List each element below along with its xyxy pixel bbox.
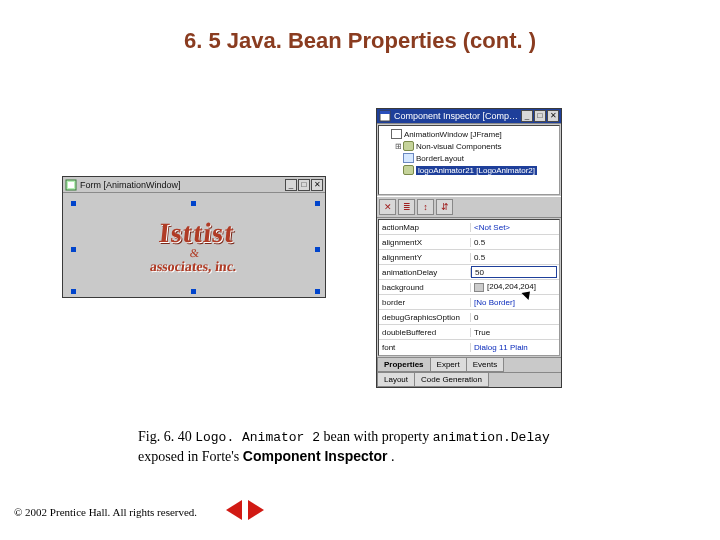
- property-name: alignmentY: [379, 253, 471, 262]
- figure-caption: Fig. 6. 40 Logo. Animator 2 bean with pr…: [138, 428, 648, 467]
- tree-expand-icon[interactable]: ⊞: [393, 142, 403, 151]
- toolbar-button[interactable]: ≣: [398, 199, 415, 215]
- toolbar-button[interactable]: ✕: [379, 199, 396, 215]
- inspector-maximize-button[interactable]: □: [534, 110, 546, 122]
- component-inspector-window: Component Inspector [Comp… _ □ ✕ Animati…: [376, 108, 562, 388]
- form-title: Form [AnimationWindow]: [80, 180, 285, 190]
- property-name: alignmentX: [379, 238, 471, 247]
- selection-handle[interactable]: [315, 201, 320, 206]
- inspector-title: Component Inspector [Comp…: [394, 111, 521, 121]
- property-name: border: [379, 298, 471, 307]
- caption-mid: bean with property: [324, 429, 433, 444]
- form-window: Form [AnimationWindow] _ □ ✕ Isttist & a…: [62, 176, 326, 298]
- inspector-minimize-button[interactable]: _: [521, 110, 533, 122]
- tree-node-label: BorderLayout: [416, 154, 464, 163]
- tree-node[interactable]: AnimationWindow [JFrame]: [381, 128, 557, 140]
- form-canvas[interactable]: Isttist & associates, inc.: [63, 193, 325, 297]
- layout-icon: [403, 153, 414, 163]
- selection-handle[interactable]: [315, 247, 320, 252]
- form-close-button[interactable]: ✕: [311, 179, 323, 191]
- property-name: actionMap: [379, 223, 471, 232]
- logo-line1: Isttist: [152, 218, 242, 247]
- slide-title: 6. 5 Java. Bean Properties (cont. ): [0, 28, 720, 54]
- property-value[interactable]: 0.5: [471, 238, 559, 247]
- tree-node[interactable]: ⊞Non-visual Components: [381, 140, 557, 152]
- inspector-toolbar: ✕≣↕⇵: [377, 196, 561, 218]
- form-window-buttons: _ □ ✕: [285, 179, 323, 191]
- property-row[interactable]: animationDelay50: [379, 265, 559, 280]
- property-name: background: [379, 283, 471, 292]
- inspector-window-buttons: _ □ ✕: [521, 110, 559, 122]
- selection-handle[interactable]: [71, 201, 76, 206]
- form-maximize-button[interactable]: □: [298, 179, 310, 191]
- property-value[interactable]: 0.5: [471, 253, 559, 262]
- inspector-close-button[interactable]: ✕: [547, 110, 559, 122]
- form-titlebar: Form [AnimationWindow] _ □ ✕: [63, 177, 325, 193]
- property-name: animationDelay: [379, 268, 471, 277]
- property-name: font: [379, 343, 471, 352]
- next-slide-button[interactable]: [248, 500, 264, 520]
- tab-code-generation[interactable]: Code Generation: [414, 373, 489, 387]
- inspector-tabs-row2: LayoutCode Generation: [377, 372, 561, 387]
- selection-handle[interactable]: [71, 247, 76, 252]
- logo-graphic: Isttist & associates, inc.: [149, 218, 242, 275]
- selection-handle[interactable]: [315, 289, 320, 294]
- property-row[interactable]: fontDialog 11 Plain: [379, 340, 559, 355]
- property-value[interactable]: 50: [471, 266, 557, 278]
- inspector-icon: [379, 110, 391, 122]
- property-value[interactable]: True: [471, 328, 559, 337]
- caption-code2: animation.Delay: [433, 430, 550, 445]
- tree-node-label: Non-visual Components: [416, 142, 501, 151]
- property-value[interactable]: [204,204,204]: [471, 282, 559, 291]
- property-table[interactable]: actionMap<Not Set>alignmentX0.5alignment…: [378, 219, 560, 356]
- logo-line2: associates, inc.: [149, 260, 237, 275]
- tab-properties[interactable]: Properties: [377, 358, 431, 372]
- svg-rect-1: [68, 182, 74, 188]
- property-value[interactable]: [No Border]: [471, 298, 559, 307]
- property-value[interactable]: <Not Set>: [471, 223, 559, 232]
- property-row[interactable]: actionMap<Not Set>: [379, 220, 559, 235]
- logo-ampersand: &: [150, 247, 238, 260]
- caption-line2a: exposed in Forte's: [138, 449, 243, 464]
- property-row[interactable]: doubleBufferedTrue: [379, 325, 559, 340]
- selection-handle[interactable]: [191, 289, 196, 294]
- bean-icon: [403, 141, 414, 151]
- logo-animator-bean[interactable]: Isttist & associates, inc.: [77, 205, 313, 287]
- form-minimize-button[interactable]: _: [285, 179, 297, 191]
- toolbar-button[interactable]: ↕: [417, 199, 434, 215]
- slide-nav: [226, 500, 264, 520]
- property-row[interactable]: alignmentX0.5: [379, 235, 559, 250]
- caption-code1: Logo. Animator 2: [195, 430, 320, 445]
- tab-expert[interactable]: Expert: [430, 358, 467, 372]
- property-value[interactable]: Dialog 11 Plain: [471, 343, 559, 352]
- svg-rect-3: [380, 111, 390, 114]
- property-name: debugGraphicsOption: [379, 313, 471, 322]
- copyright-footer: © 2002 Prentice Hall. All rights reserve…: [14, 506, 197, 518]
- inspector-tabs-row1: PropertiesExpertEvents: [377, 357, 561, 372]
- tree-node-label: logoAnimator21 [LogoAnimator2]: [416, 166, 537, 175]
- property-row[interactable]: background[204,204,204]: [379, 280, 559, 295]
- tab-events[interactable]: Events: [466, 358, 504, 372]
- caption-bold: Component Inspector: [243, 448, 388, 464]
- inspector-titlebar: Component Inspector [Comp… _ □ ✕: [377, 109, 561, 124]
- component-tree[interactable]: AnimationWindow [JFrame]⊞Non-visual Comp…: [378, 125, 560, 195]
- caption-prefix: Fig. 6. 40: [138, 429, 195, 444]
- property-value[interactable]: 0: [471, 313, 559, 322]
- selection-handle[interactable]: [71, 289, 76, 294]
- tab-layout[interactable]: Layout: [377, 373, 415, 387]
- property-row[interactable]: border[No Border]: [379, 295, 559, 310]
- toolbar-button[interactable]: ⇵: [436, 199, 453, 215]
- frame-icon: [391, 129, 402, 139]
- property-name: doubleBuffered: [379, 328, 471, 337]
- tree-node[interactable]: logoAnimator21 [LogoAnimator2]: [381, 164, 557, 176]
- caption-line2b: .: [391, 449, 395, 464]
- tree-node-label: AnimationWindow [JFrame]: [404, 130, 502, 139]
- property-row[interactable]: alignmentY0.5: [379, 250, 559, 265]
- color-swatch-icon: [474, 283, 484, 292]
- tree-node[interactable]: BorderLayout: [381, 152, 557, 164]
- form-icon: [65, 179, 77, 191]
- property-row[interactable]: debugGraphicsOption0: [379, 310, 559, 325]
- bean-icon: [403, 165, 414, 175]
- prev-slide-button[interactable]: [226, 500, 242, 520]
